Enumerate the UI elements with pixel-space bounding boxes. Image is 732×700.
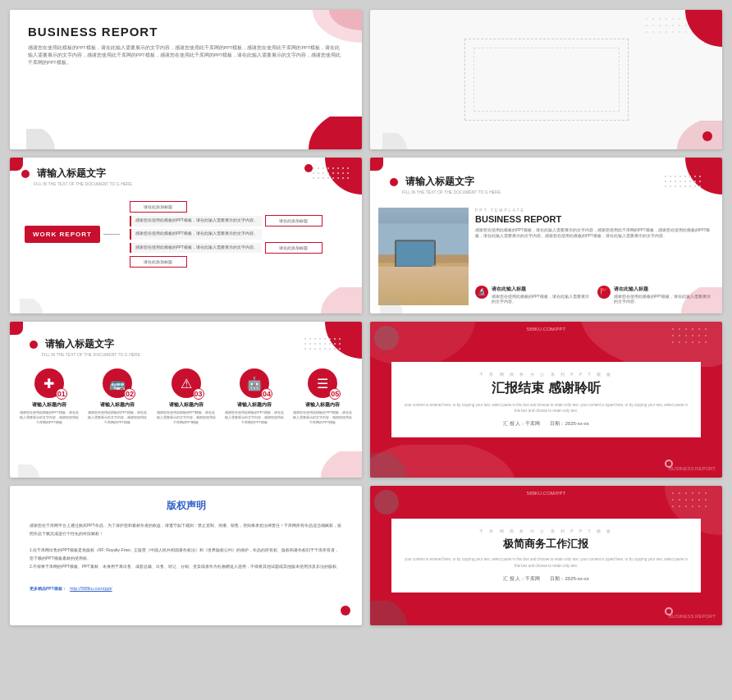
date: 日期：2025-xx-xx xyxy=(550,575,588,583)
dashed-border-inner xyxy=(474,48,620,112)
work-report-box: WORK REPORT xyxy=(25,226,100,243)
business-image xyxy=(378,208,469,305)
biz-title: BUSINESS REPORT xyxy=(475,214,714,224)
watermark: BUSINESS REPORT xyxy=(669,614,716,619)
svg-point-4 xyxy=(685,10,722,47)
big-title: 极简商务工作汇报 xyxy=(405,537,689,551)
icon-circle-4: 🤖 04 xyxy=(240,368,269,398)
body-content: PPT TEMPLATE BUSINESS REPORT 感谢您在使用此模板的P… xyxy=(378,208,714,305)
footer-info: 汇 报 人：千库网 日期：2025-xx-xx xyxy=(405,575,689,583)
copyright-link-row: 更多精品PPT模板： http://588ku.com/ppt/ xyxy=(30,579,342,593)
svg-point-25 xyxy=(370,453,407,478)
mindmap-body: WORK REPORT 请在此添加标题 感谢您在使用此模板的PPT模板，请在此输… xyxy=(10,196,362,274)
slide-business-report: BUSINESS REPORT 感谢您在使用此模板的PPT模板，请在此输入需要展… xyxy=(10,10,362,149)
slide-zh-title: 请输入标题文字 xyxy=(37,167,106,179)
bottom-right-wave xyxy=(677,287,722,313)
icon-item-5: ☰ 05 请输入标题内容 感谢您在使用此模板的PPT模板，请在此输入需要展示的文… xyxy=(292,368,354,425)
icon-title-4: 请输入标题内容 xyxy=(237,401,272,409)
dots-right: document.currentScript.insertAdjacentHTM… xyxy=(304,338,342,351)
ppt-label: PPT TEMPLATE xyxy=(475,208,714,213)
url-label: 588KU.COM/PPT xyxy=(527,327,565,332)
svg-point-16 xyxy=(428,265,452,278)
dots-decoration: document.currentScript.insertAdjacentHTM… xyxy=(313,167,350,181)
mindmap-text-2: 感谢您在使用此模板的PPT模板，请在此输入需要展示的文字内容。 xyxy=(130,229,262,240)
icon-body-1: 感谢您在使用此模板的PPT模板，请在此输入需要展示的文字内容，感谢您使用此千库网… xyxy=(18,410,80,425)
red-corner-decoration xyxy=(681,10,722,51)
svg-point-26 xyxy=(370,601,407,625)
mindmap-box-2: 请在此添加标题 xyxy=(265,215,323,226)
red-dot-icon xyxy=(21,170,30,178)
icon-num-5: 05 xyxy=(329,388,341,400)
bottom-wave xyxy=(673,121,722,149)
slide3l-header: 请输入标题文字 FILL IN THE TEXT OF THE DOCUMENT… xyxy=(18,328,354,360)
gray-blob-bl xyxy=(370,601,411,625)
bottom-red-decoration xyxy=(304,117,362,149)
svg-point-9 xyxy=(20,299,43,313)
bottom-left-gray xyxy=(20,299,46,313)
icon-body-5: 感谢您在使用此模板的PPT模板，请在此输入需要展示的文字内容，感谢您使用此千库网… xyxy=(292,410,354,425)
icon-item-2: 🚌 02 请输入标题内容 感谢您在使用此模板的PPT模板，请在此输入需要展示的文… xyxy=(86,368,148,425)
slide-business-report-photo: 请输入标题文字 FILL IN THE TEXT OF THE DOCUMENT… xyxy=(370,158,722,313)
icon-title-1: 请输入标题内容 xyxy=(32,401,66,409)
slide-thanks: 588KU.COM/PPT document.currentScript.ins… xyxy=(370,322,722,478)
icon-text-1: 请在此输入标题 感谢您在使用此模板的PPT模板，请在此输入需要展示的文字内容。 xyxy=(492,286,592,306)
slide-jijian: 588KU.COM/PPT document.currentScript.ins… xyxy=(370,486,722,625)
slide-work-report-mindmap: 请输入标题文字 FILL IN THE TEXT OF THE DOCUMENT… xyxy=(10,158,362,313)
icon-symbol-3: ⚠ xyxy=(181,376,192,391)
watermark: BUSINESS REPORT xyxy=(669,466,716,471)
icon-num-2: 02 xyxy=(124,388,135,400)
icon-circle-2: 🚌 02 xyxy=(103,368,132,398)
svg-point-21 xyxy=(18,464,39,478)
slide-header: 请输入标题文字 FILL IN THE TEXT OF THE DOCUMENT… xyxy=(10,158,362,190)
jijian-card: 千 库 网 商 务 办 公 系 列 P P T 模 板 极简商务工作汇报 you… xyxy=(391,519,702,592)
mindmap-items: 请在此添加标题 感谢您在使用此模板的PPT模板，请在此输入需要展示的文字内容。 … xyxy=(130,201,354,268)
icon-symbol-4: 🤖 xyxy=(246,376,263,391)
svg-point-5 xyxy=(677,121,722,149)
top-decoration xyxy=(296,10,362,58)
gray-blob-bl xyxy=(370,453,411,478)
dots-tr: document.currentScript.insertAdjacentHTM… xyxy=(672,328,709,345)
mindmap-box-4: 请在此添加标题 xyxy=(130,256,187,268)
slide-copyright: 版权声明 感谢您在千库网平台上通过购买PPT作品，为了保护您和素材作者的权益，请… xyxy=(10,486,362,625)
mindmap-box-1: 请在此添加标题 xyxy=(130,201,187,213)
bottom-wave xyxy=(317,451,362,478)
icon-item-1: 🔬 请在此输入标题 感谢您在使用此模板的PPT模板，请在此输入需要展示的文字内容… xyxy=(475,286,592,306)
footer-info: 汇 报 人：千库网 日期：2025-xx-xx xyxy=(405,420,689,428)
mindmap-text-1: 感谢您在使用此模板的PPT模板，请在此输入需要展示的文字内容。 xyxy=(130,216,262,226)
svg-point-20 xyxy=(321,451,362,478)
slide-en-subtitle: FILL IN THE TEXT OF THE DOCUMENT TO G HE… xyxy=(21,181,350,186)
biz-body: 感谢您在使用此模板的PPT模板，请在此输入需要展示的文字内容，感谢您使用此千库网… xyxy=(475,227,714,280)
svg-point-18 xyxy=(380,299,403,313)
copy-link[interactable]: http://588ku.com/ppt/ xyxy=(70,586,112,591)
mindmap-row-5: 请在此添加标题 xyxy=(130,256,354,268)
mindmap-row-3: 感谢您在使用此模板的PPT模板，请在此输入需要展示的文字内容。 xyxy=(130,229,354,240)
big-title: 汇报结束 感谢聆听 xyxy=(405,380,689,397)
icon-num-3: 03 xyxy=(193,388,204,400)
icon-circle-5: ☰ 05 xyxy=(308,368,337,398)
icons-row: ✚ 01 请输入标题内容 感谢您在使用此模板的PPT模板，请在此输入需要展示的文… xyxy=(18,368,354,425)
icon-num-4: 04 xyxy=(261,388,272,400)
reporter: 汇 报 人：千库网 xyxy=(503,575,540,583)
icon-body-3: 感谢您在使用此模板的PPT模板，请在此输入需要展示的文字内容，感谢您使用此千库网… xyxy=(155,410,217,425)
icon-symbol-2: 🚌 xyxy=(109,376,126,391)
connector-line xyxy=(103,234,120,235)
en-content: your content is entered here, or by copy… xyxy=(405,402,689,414)
thanks-card: 千 库 网 商 务 办 公 系 列 P P T 模 板 汇报结束 感谢聆听 yo… xyxy=(391,362,702,437)
en-content: your content is entered here, or by copy… xyxy=(405,556,689,568)
bottom-right-wave xyxy=(317,287,362,313)
copyright-para2: 1.在千库网出售的PPT模板是免版权（RF: Royalty-Free）正版受《… xyxy=(30,546,342,570)
reporter: 汇 报 人：千库网 xyxy=(503,420,540,428)
icon-body-4: 感谢您在使用此模板的PPT模板，请在此输入需要展示的文字内容，感谢您使用此千库网… xyxy=(223,410,285,425)
slide-empty-template: document.currentScript.insertAdjacentHTM… xyxy=(370,10,722,149)
slide-icons-row: 请输入标题文字 FILL IN THE TEXT OF THE DOCUMENT… xyxy=(10,322,362,478)
gray-blob-tl xyxy=(374,326,399,350)
icon-title-3: 请输入标题内容 xyxy=(169,401,204,409)
svg-point-8 xyxy=(321,287,362,313)
date: 日期：2025-xx-xx xyxy=(550,420,588,428)
dots-right: document.currentScript.insertAdjacentHTM… xyxy=(665,176,702,189)
copyright-para1: 感谢您在千库网平台上通过购买PPT作品，为了保护您和素材作者的权益，请遵守如下规… xyxy=(30,521,342,570)
url-label: 588KU.COM/PPT xyxy=(527,491,565,496)
icon-body-2: 感谢您在使用此模板的PPT模板，请在此输入需要展示的文字内容，感谢您使用此千库网… xyxy=(86,410,148,425)
icon-item-4: 🤖 04 请输入标题内容 感谢您在使用此模板的PPT模板，请在此输入需要展示的文… xyxy=(223,368,285,425)
gray-blob-tl xyxy=(374,490,399,515)
